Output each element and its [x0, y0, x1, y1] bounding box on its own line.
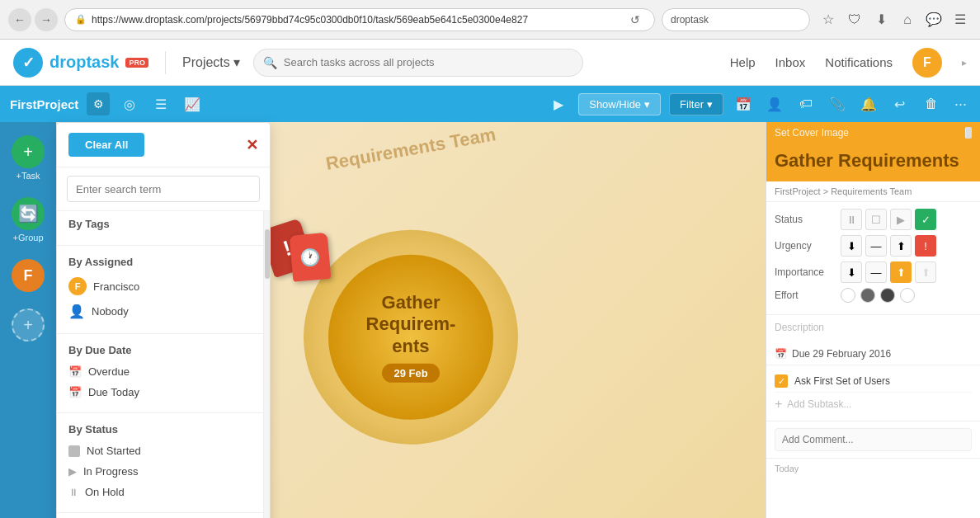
urgency-high-button[interactable]: !	[915, 235, 936, 257]
pro-badge: PRO	[125, 58, 148, 68]
urgency-minus-button[interactable]: —	[865, 235, 887, 257]
bookmark-button[interactable]: ☆	[817, 8, 840, 31]
global-search-input[interactable]	[253, 49, 583, 77]
filter-search-input[interactable]	[67, 176, 260, 202]
logo-area: ✓ droptask PRO	[13, 48, 148, 78]
task-circle-outer: ! 🕐 Gather Requirem- ents 29 Feb	[304, 230, 518, 445]
by-status-section: By Status Not Started ▶ In Progress ⏸ On…	[57, 417, 270, 509]
importance-high-button[interactable]: ⬆	[915, 261, 936, 283]
tags-icon[interactable]: 🏷	[794, 92, 817, 115]
add-group-button[interactable]: 🔄 +Group	[7, 192, 49, 247]
project-target-icon[interactable]: ◎	[118, 92, 141, 115]
effort-dot-4[interactable]	[900, 288, 915, 303]
by-assigned-section: By Assigned F Francisco 👤 Nobody	[57, 249, 270, 330]
header-nav: Help Inbox Notifications F ▸	[730, 48, 967, 78]
importance-minus-button[interactable]: —	[865, 261, 887, 283]
effort-dot-2[interactable]	[860, 288, 875, 303]
filter-not-started[interactable]: Not Started	[68, 440, 258, 461]
forward-button[interactable]: →	[35, 8, 58, 31]
user-filter-button[interactable]: F	[7, 254, 49, 297]
notifications-link[interactable]: Notifications	[825, 55, 893, 69]
more-options-button[interactable]: ···	[951, 96, 970, 113]
show-hide-button[interactable]: Show/Hide ▾	[578, 93, 661, 115]
project-settings-button[interactable]: ⚙	[87, 92, 110, 115]
status-play-button[interactable]: ▶	[890, 209, 912, 230]
effort-label: Effort	[775, 290, 834, 301]
clear-all-button[interactable]: Clear All	[68, 133, 144, 157]
add-group-icon: 🔄	[12, 197, 45, 230]
calendar-icon[interactable]: 📅	[732, 92, 755, 115]
in-progress-icon: ▶	[68, 465, 77, 478]
filter-on-hold[interactable]: ⏸ On Hold	[68, 482, 258, 502]
filter-in-progress[interactable]: ▶ In Progress	[68, 461, 258, 482]
importance-down-button[interactable]: ⬇	[841, 261, 862, 283]
clock-card: 🕐	[290, 233, 332, 282]
projects-button[interactable]: Projects ▾	[182, 54, 240, 70]
status-check-button[interactable]: ✓	[915, 209, 936, 230]
add-comment-input[interactable]	[775, 428, 972, 451]
user-avatar[interactable]: F	[912, 48, 942, 78]
subtask-checkbox-1[interactable]: ✓	[775, 374, 788, 388]
main-area: + +Task 🔄 +Group F + Requirements Team !	[0, 122, 980, 518]
user-menu-chevron[interactable]: ▸	[962, 57, 967, 68]
add-subtask-row[interactable]: + Add Subtask...	[775, 393, 972, 416]
help-link[interactable]: Help	[730, 55, 756, 69]
project-pulse-icon[interactable]: 📈	[181, 92, 204, 115]
inbox-link[interactable]: Inbox	[775, 55, 806, 69]
panel-scroll-indicator	[965, 127, 972, 139]
people-icon[interactable]: 👤	[763, 92, 786, 115]
urgency-up-button[interactable]: ⬆	[890, 235, 912, 257]
right-panel-header: Set Cover Image	[766, 122, 980, 144]
project-list-icon[interactable]: ☰	[149, 92, 172, 115]
by-assigned-label: By Assigned	[68, 256, 258, 268]
add-subtask-placeholder: Add Subtask...	[787, 398, 851, 410]
urgency-icons: ⬇ — ⬆ !	[841, 235, 936, 257]
add-task-icon: +	[12, 135, 45, 168]
project-name[interactable]: FirstProject	[10, 97, 78, 111]
nobody-label: Nobody	[92, 305, 129, 318]
back-button[interactable]: ←	[8, 8, 31, 31]
urgency-row: Urgency ⬇ — ⬆ !	[775, 235, 972, 257]
add-task-button[interactable]: + +Task	[7, 130, 49, 186]
subtask-item-1[interactable]: ✓ Ask First Set of Users	[775, 370, 972, 393]
trash-icon[interactable]: 🗑	[920, 92, 943, 115]
chat-button[interactable]: 💬	[922, 8, 945, 31]
filter-assigned-francisco[interactable]: F Francisco	[68, 273, 258, 299]
browser-search[interactable]: droptask	[662, 8, 810, 31]
due-today-label: Due Today	[88, 386, 139, 398]
chevron-down-icon: ▾	[707, 98, 713, 111]
nobody-icon: 👤	[68, 304, 85, 319]
by-due-date-label: By Due Date	[68, 344, 258, 356]
filter-scrollbar[interactable]	[263, 211, 270, 518]
close-filter-button[interactable]: ✕	[246, 136, 258, 154]
subtask-label-1: Ask First Set of Users	[794, 375, 890, 387]
home-button[interactable]: ⌂	[896, 8, 919, 31]
user-filter-avatar: F	[12, 259, 45, 292]
filter-assigned-nobody[interactable]: 👤 Nobody	[68, 299, 258, 323]
calendar-today-icon: 📅	[68, 386, 82, 398]
urgency-down-button[interactable]: ⬇	[841, 235, 862, 257]
shield-button[interactable]: 🛡	[843, 8, 866, 31]
refresh-button[interactable]: ↺	[626, 11, 644, 29]
effort-dot-1[interactable]	[841, 288, 855, 303]
download-button[interactable]: ⬇	[869, 8, 893, 31]
address-bar[interactable]: 🔒 https://www.droptask.com/projects/5697…	[64, 8, 655, 31]
bell-icon[interactable]: 🔔	[857, 92, 880, 115]
left-sidebar: + +Task 🔄 +Group F +	[0, 122, 56, 518]
by-status-label: By Status	[68, 423, 258, 436]
undo-icon[interactable]: ↩	[888, 92, 912, 115]
global-search-wrapper: 🔍	[253, 49, 583, 77]
importance-up-button[interactable]: ⬆	[890, 261, 912, 283]
effort-dot-3[interactable]	[880, 288, 895, 303]
add-member-button[interactable]: +	[7, 304, 49, 346]
filter-due-today[interactable]: 📅 Due Today	[68, 382, 258, 403]
status-pause-button[interactable]: ⏸	[841, 209, 862, 230]
menu-button[interactable]: ☰	[949, 8, 972, 31]
project-forward-icon[interactable]: ▶	[547, 92, 570, 115]
filter-button[interactable]: Filter ▾	[669, 93, 723, 115]
task-circle[interactable]: ! 🕐 Gather Requirem- ents 29 Feb	[304, 230, 518, 445]
attachment-icon[interactable]: 📎	[826, 92, 849, 115]
filter-overdue[interactable]: 📅 Overdue	[68, 361, 258, 382]
project-bar: FirstProject ⚙ ◎ ☰ 📈 ▶ Show/Hide ▾ Filte…	[0, 86, 980, 122]
status-square-button[interactable]: ☐	[865, 209, 887, 230]
